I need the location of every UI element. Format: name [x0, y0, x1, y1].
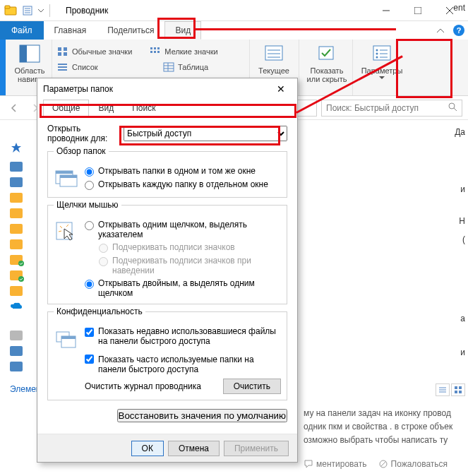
- folder-icon[interactable]: [10, 224, 23, 234]
- options-button[interactable]: Параметры: [357, 41, 407, 81]
- titlebar: Проводник: [0, 0, 468, 21]
- privacy-group: Конфиденциальность Показать недавно испо…: [47, 311, 287, 400]
- window-title: Проводник: [66, 6, 108, 16]
- nav-tree[interactable]: [10, 141, 27, 371]
- restore-defaults-button[interactable]: Восстановить значения по умолчанию: [117, 409, 288, 422]
- tab-home[interactable]: Главная: [44, 21, 97, 40]
- svg-rect-58: [455, 391, 457, 393]
- window-controls: [370, 1, 465, 20]
- qat-dropdown-icon[interactable]: [37, 3, 45, 18]
- cancel-button[interactable]: Отмена: [168, 441, 220, 456]
- svg-point-45: [376, 53, 378, 55]
- svg-rect-63: [60, 175, 77, 178]
- dialog-close-button[interactable]: ✕: [270, 83, 292, 95]
- tab-file[interactable]: Файл: [0, 21, 44, 40]
- folder-icon[interactable]: [10, 177, 23, 187]
- folder-icon[interactable]: [10, 162, 23, 172]
- this-pc-icon[interactable]: [10, 331, 23, 340]
- layout-list[interactable]: Список: [56, 59, 145, 75]
- qat-properties-icon[interactable]: [20, 3, 35, 18]
- layout-table[interactable]: Таблица: [162, 59, 208, 75]
- open-explorer-label: Открыть проводник для:: [47, 124, 118, 144]
- folder-pinned-icon[interactable]: [10, 255, 23, 265]
- radio-underline-always: Подчеркивать подписи значков: [99, 242, 281, 253]
- folder-icon[interactable]: [10, 286, 23, 296]
- quick-access-toolbar: [3, 3, 53, 18]
- small-icons-icon: [149, 46, 162, 57]
- privacy-legend: Конфиденциальность: [54, 307, 145, 316]
- open-explorer-select[interactable]: Быстрый доступ: [124, 126, 287, 141]
- show-hide-button[interactable]: Показать или скрыть: [304, 41, 350, 85]
- svg-rect-37: [265, 46, 282, 60]
- explorer-icon: [3, 3, 18, 18]
- folder-icon[interactable]: [10, 346, 23, 356]
- svg-rect-21: [157, 51, 160, 53]
- help-button[interactable]: ?: [450, 21, 468, 40]
- svg-rect-14: [58, 52, 61, 56]
- svg-point-52: [18, 276, 24, 282]
- dialog-tab-search[interactable]: Поиск: [123, 100, 164, 117]
- svg-rect-57: [459, 386, 462, 389]
- svg-rect-59: [459, 391, 462, 393]
- svg-rect-19: [150, 51, 152, 53]
- radio-underline-hover: Подчеркивать подписи значков при наведен…: [99, 256, 281, 275]
- ok-button[interactable]: ОК: [131, 441, 164, 456]
- click-behavior-legend: Щелчки мышью: [54, 200, 121, 210]
- apply-button: Применить: [224, 441, 289, 456]
- check-frequent-folders[interactable]: Показать часто используемые папки на пан…: [85, 355, 281, 374]
- svg-point-47: [376, 56, 378, 59]
- svg-rect-25: [164, 63, 174, 71]
- complain-link[interactable]: Пожаловаться: [378, 459, 448, 469]
- radio-same-window[interactable]: Открывать папки в одном и том же окне: [85, 166, 281, 177]
- svg-point-49: [449, 103, 455, 109]
- folder-icon[interactable]: [10, 193, 23, 203]
- radio-single-click[interactable]: Открывать одним щелчком, выделять указат…: [85, 220, 281, 239]
- folder-pinned-icon[interactable]: [10, 270, 23, 280]
- svg-rect-56: [455, 386, 457, 389]
- minimize-button[interactable]: [370, 1, 402, 20]
- folder-icon[interactable]: [10, 362, 23, 371]
- folder-icon[interactable]: [10, 208, 23, 218]
- browse-folders-legend: Обзор папок: [54, 146, 109, 156]
- onedrive-icon[interactable]: [10, 302, 27, 312]
- svg-rect-12: [58, 47, 61, 51]
- clear-button[interactable]: Очистить: [223, 379, 281, 394]
- svg-rect-41: [319, 47, 333, 59]
- dialog-buttons: ОК Отмена Применить: [37, 434, 297, 462]
- svg-point-43: [376, 49, 378, 52]
- text-fragment: Н: [459, 216, 465, 226]
- svg-rect-7: [414, 7, 421, 14]
- maximize-button[interactable]: [402, 1, 433, 20]
- tab-view[interactable]: Вид: [164, 21, 201, 40]
- article-text-fragment: му на панели задач на иконку провод одни…: [304, 407, 467, 448]
- view-switcher: [436, 383, 465, 396]
- svg-line-50: [454, 108, 457, 111]
- sort-icon: [263, 42, 285, 65]
- large-icons-view-button[interactable]: [451, 383, 465, 396]
- svg-line-69: [380, 461, 386, 467]
- options-icon: [371, 42, 393, 65]
- comment-link[interactable]: ментировать: [304, 459, 367, 469]
- svg-rect-17: [154, 47, 156, 49]
- tab-share[interactable]: Поделиться: [97, 21, 164, 40]
- dialog-tab-general[interactable]: Общие: [43, 100, 89, 117]
- privacy-icon: [54, 326, 79, 352]
- details-view-button[interactable]: [436, 383, 450, 396]
- radio-double-click[interactable]: Открывать двойным, а выделять одним щелч…: [85, 278, 281, 298]
- layout-normal-icons[interactable]: Обычные значки: [56, 44, 132, 59]
- dialog-title: Параметры папок: [43, 84, 113, 94]
- svg-rect-42: [373, 46, 390, 60]
- check-recent-files[interactable]: Показать недавно использовавшиеся файлы …: [85, 326, 281, 346]
- search-box[interactable]: Поиск: Быстрый доступ: [321, 100, 462, 117]
- layout-small-icons[interactable]: Мелкие значки: [149, 44, 217, 59]
- dialog-tab-view[interactable]: Вид: [89, 100, 123, 117]
- dialog-titlebar: Параметры папок ✕: [37, 78, 297, 100]
- collapse-ribbon-icon[interactable]: [437, 27, 444, 37]
- quick-access-icon[interactable]: [10, 141, 27, 156]
- folder-icon[interactable]: [10, 239, 23, 249]
- browse-folders-group: Обзор папок Открывать папки в одном и то…: [47, 151, 287, 198]
- back-button[interactable]: [6, 100, 23, 117]
- svg-rect-20: [154, 51, 156, 53]
- medium-icons-icon: [56, 46, 69, 57]
- radio-new-window[interactable]: Открывать каждую папку в отдельном окне: [85, 179, 281, 190]
